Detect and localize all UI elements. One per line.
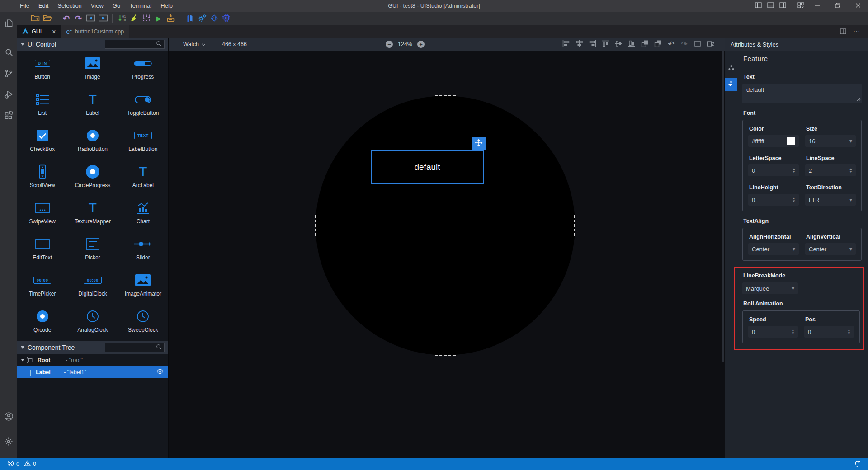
component-qrcode[interactable]: Qrcode bbox=[17, 306, 67, 342]
more-actions-button[interactable]: ⋯ bbox=[853, 28, 860, 36]
component-texturemapper[interactable]: TTextureMapper bbox=[67, 197, 118, 233]
auto-layout-button[interactable] bbox=[706, 40, 715, 48]
component-progress[interactable]: Progress bbox=[118, 52, 168, 89]
visibility-toggle-button[interactable] bbox=[156, 368, 164, 376]
styles-tab[interactable] bbox=[725, 61, 737, 75]
component-list[interactable]: List bbox=[17, 89, 67, 125]
component-sweepclock[interactable]: SweepClock bbox=[118, 306, 168, 342]
alignvertical-dropdown[interactable]: Center ▾ bbox=[805, 243, 856, 255]
zoom-out-button[interactable]: − bbox=[386, 41, 393, 48]
component-radiobutton[interactable]: RadioButton bbox=[67, 125, 118, 161]
menu-go[interactable]: Go bbox=[108, 0, 125, 12]
device-selector[interactable]: Watch bbox=[183, 41, 206, 47]
component-analogclock[interactable]: AnalogClock bbox=[67, 306, 118, 342]
speed-input[interactable]: 0 ▲▼ bbox=[748, 326, 798, 338]
component-digitalclock[interactable]: 00:00DigitalClock bbox=[67, 269, 118, 306]
move-handle[interactable] bbox=[472, 137, 486, 150]
component-imageanimator[interactable]: ImageAnimator bbox=[118, 269, 168, 306]
menu-file[interactable]: File bbox=[15, 0, 34, 12]
align-right-button[interactable] bbox=[588, 40, 597, 48]
tree-row-label1[interactable]: | Label - "label1" bbox=[17, 366, 168, 378]
activity-search-button[interactable] bbox=[0, 43, 17, 62]
menu-view[interactable]: View bbox=[86, 0, 108, 12]
activity-source-control-button[interactable] bbox=[0, 65, 17, 84]
component-togglebutton[interactable]: ToggleButton bbox=[118, 89, 168, 125]
text-input[interactable]: default bbox=[742, 84, 862, 103]
tab-button1custom-cpp[interactable]: C+ button1Custom.cpp bbox=[61, 25, 129, 38]
build-settings-button[interactable] bbox=[196, 13, 208, 24]
component-arclabel[interactable]: TArcLabel bbox=[118, 161, 168, 197]
toggle-secondary-sidebar-button[interactable] bbox=[777, 0, 789, 12]
component-circleprogress[interactable]: CircleProgress bbox=[67, 161, 118, 197]
lineheight-input[interactable]: 0 ▲▼ bbox=[748, 194, 799, 206]
run-button[interactable]: ▶ bbox=[152, 13, 165, 24]
filter-params-button[interactable] bbox=[140, 13, 152, 24]
component-labelbutton[interactable]: TEXTLabelButton bbox=[118, 125, 168, 161]
menu-terminal[interactable]: Terminal bbox=[125, 0, 156, 12]
align-top-button[interactable] bbox=[601, 40, 610, 48]
expand-caret-icon[interactable] bbox=[21, 359, 24, 361]
spinner-icon[interactable]: ▲▼ bbox=[793, 197, 795, 202]
notifications-button[interactable] bbox=[854, 460, 861, 469]
restore-button[interactable] bbox=[827, 0, 848, 12]
send-to-back-button[interactable] bbox=[654, 40, 662, 48]
redo-disabled-button[interactable]: ↷ bbox=[680, 40, 689, 48]
tree-row-root[interactable]: Root - "root" bbox=[17, 354, 168, 366]
spinner-icon[interactable]: ▲▼ bbox=[793, 168, 795, 173]
component-checkbox[interactable]: CheckBox bbox=[17, 125, 67, 161]
tab-gui[interactable]: GUI × bbox=[17, 25, 61, 38]
install-package-button[interactable] bbox=[165, 13, 177, 24]
color-input[interactable]: #ffffff bbox=[748, 135, 799, 147]
component-scrollview[interactable]: ScrollView bbox=[17, 161, 67, 197]
linebreakmode-dropdown[interactable]: Marquee ▾ bbox=[742, 282, 798, 294]
zoom-in-button[interactable]: + bbox=[417, 41, 425, 48]
library-button[interactable] bbox=[184, 13, 196, 24]
format-clean-button[interactable] bbox=[128, 13, 140, 24]
undo-gray-button[interactable]: ↶ bbox=[667, 40, 675, 48]
activity-account-button[interactable] bbox=[0, 408, 17, 427]
component-picker[interactable]: Picker bbox=[67, 233, 118, 269]
menu-edit[interactable]: Edit bbox=[34, 0, 53, 12]
marquee-select-button[interactable] bbox=[693, 40, 702, 48]
activity-run-and-debug-button[interactable] bbox=[0, 86, 17, 105]
new-folder-button[interactable] bbox=[29, 13, 41, 24]
spinner-icon[interactable]: ▲▼ bbox=[792, 329, 794, 334]
activity-explorer-button[interactable] bbox=[0, 14, 17, 33]
size-dropdown[interactable]: 16 ▾ bbox=[805, 135, 856, 147]
color-swatch[interactable] bbox=[787, 137, 795, 145]
letterspace-input[interactable]: 0 ▲▼ bbox=[748, 164, 799, 176]
bring-to-front-button[interactable] bbox=[641, 40, 649, 48]
component-slider[interactable]: Slider bbox=[118, 233, 168, 269]
sort-lines-button[interactable]: 0110 bbox=[116, 13, 128, 24]
selected-label-widget[interactable]: default bbox=[371, 150, 484, 184]
dock-right-button[interactable] bbox=[97, 13, 109, 24]
component-edittext[interactable]: EditText bbox=[17, 233, 67, 269]
align-bottom-button[interactable] bbox=[627, 40, 636, 48]
activity-extensions-button[interactable] bbox=[0, 107, 17, 126]
open-folder-button[interactable] bbox=[41, 13, 53, 24]
close-tab-icon[interactable]: × bbox=[52, 28, 56, 35]
split-editor-button[interactable] bbox=[840, 28, 846, 36]
component-label[interactable]: TLabel bbox=[67, 89, 118, 125]
component-timepicker[interactable]: 00:00TimePicker bbox=[17, 269, 67, 306]
resize-grip-icon[interactable] bbox=[857, 96, 861, 103]
linespace-input[interactable]: 2 ▲▼ bbox=[805, 164, 856, 176]
embed-button[interactable] bbox=[208, 13, 220, 24]
feature-tab[interactable] bbox=[725, 78, 737, 91]
spinner-icon[interactable]: ▲▼ bbox=[848, 329, 850, 334]
toggle-primary-sidebar-button[interactable] bbox=[752, 0, 764, 12]
align-center-horizontal-button[interactable] bbox=[575, 40, 584, 48]
minimize-button[interactable] bbox=[807, 0, 827, 12]
ui-control-header[interactable]: UI Control bbox=[17, 38, 168, 51]
undo-button[interactable]: ↶ bbox=[60, 13, 72, 24]
dock-left-button[interactable] bbox=[85, 13, 97, 24]
component-button[interactable]: BTNButton bbox=[17, 52, 67, 89]
alignhorizontal-dropdown[interactable]: Center ▾ bbox=[748, 243, 799, 255]
align-middle-vertical-button[interactable] bbox=[614, 40, 623, 48]
menu-selection[interactable]: Selection bbox=[53, 0, 86, 12]
menu-help[interactable]: Help bbox=[156, 0, 177, 12]
problems-status[interactable]: 0 0 bbox=[7, 460, 36, 468]
activity-settings-button[interactable] bbox=[0, 432, 17, 451]
redo-button[interactable]: ↷ bbox=[72, 13, 85, 24]
toggle-panel-button[interactable] bbox=[764, 0, 777, 12]
